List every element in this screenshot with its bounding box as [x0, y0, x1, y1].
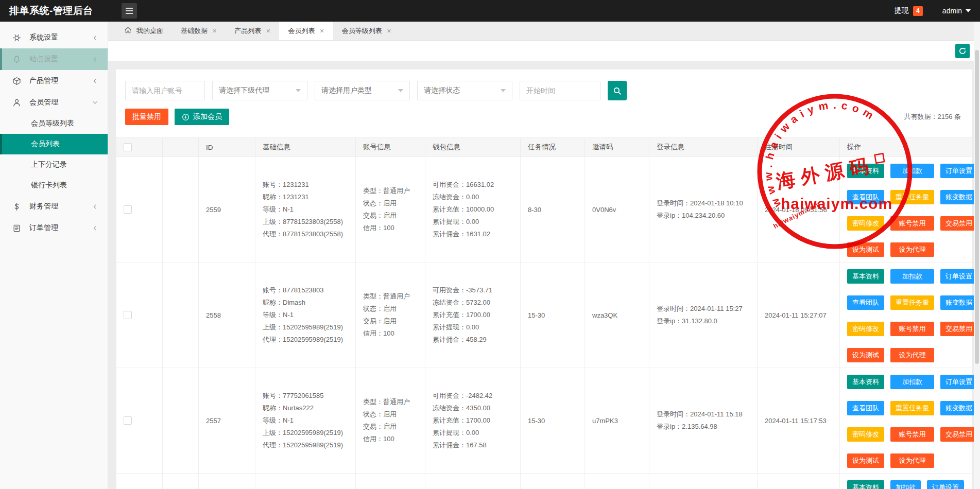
- sidebar-subitem-1[interactable]: 会员等级列表: [0, 113, 108, 134]
- user-type-select[interactable]: 请选择用户类型: [315, 81, 410, 100]
- row-action-button[interactable]: 账号禁用: [890, 427, 934, 442]
- row-action-button[interactable]: 加扣款: [890, 480, 921, 489]
- start-date-input[interactable]: [520, 81, 600, 100]
- row-action-button[interactable]: 基本资料: [847, 480, 884, 489]
- row-action-button[interactable]: 重置任务量: [890, 401, 934, 415]
- sidebar-subitem-4[interactable]: 银行卡列表: [0, 175, 108, 196]
- id-cell: [199, 474, 255, 489]
- table-actions-row: 批量禁用 添加会员 共有数据：2156 条: [125, 109, 963, 125]
- dollar-icon: [12, 202, 21, 211]
- row-checkbox[interactable]: [124, 205, 132, 214]
- row-action-button[interactable]: 设为测试: [847, 453, 884, 468]
- wallet-info-cell: 可用资金：-2482.42冻结资金：4350.00累计充值：1700.00累计提…: [425, 368, 521, 474]
- row-action-button[interactable]: 账变数据: [940, 295, 977, 310]
- column-header-label: 注册时间: [765, 143, 793, 151]
- row-action-button[interactable]: 订单设置: [940, 269, 977, 284]
- row-action-button[interactable]: 账变数据: [940, 190, 977, 204]
- row-action-button[interactable]: 密码修改: [847, 322, 884, 336]
- account-input[interactable]: [125, 81, 205, 100]
- withdraw-link[interactable]: 提现 4: [895, 6, 923, 16]
- total-count: 共有数据：2156 条: [904, 112, 963, 121]
- row-action-button[interactable]: 密码修改: [847, 216, 884, 231]
- action-buttons: 基本资料加扣款订单设置查看团队重置任务量账变数据密码修改账号禁用交易禁用设为测试…: [847, 269, 969, 362]
- tab-2[interactable]: 基础数据✕: [172, 22, 226, 40]
- row-action-button[interactable]: 基本资料: [847, 269, 884, 284]
- row-action-button[interactable]: 设为测试: [847, 242, 884, 257]
- checkbox-cell: [116, 157, 163, 263]
- row-checkbox[interactable]: [124, 311, 132, 319]
- batch-disable-button[interactable]: 批量禁用: [125, 109, 168, 125]
- sidebar-subitem-label: 会员等级列表: [31, 119, 74, 128]
- close-icon[interactable]: ✕: [266, 28, 270, 34]
- tab-4[interactable]: 会员列表✕: [279, 22, 333, 40]
- row-action-button[interactable]: 加扣款: [890, 164, 934, 178]
- sidebar-item-3[interactable]: 产品管理: [0, 70, 108, 92]
- info-line: 账号：87781523803: [263, 284, 355, 296]
- row-action-button[interactable]: 账号禁用: [890, 322, 934, 336]
- sidebar-item-4[interactable]: 会员管理: [0, 92, 108, 113]
- member-id: 2559: [206, 206, 255, 214]
- row-action-button[interactable]: 设为代理: [890, 453, 934, 468]
- column-header: 基础信息: [255, 138, 356, 157]
- row-action-button[interactable]: 订单设置: [940, 375, 977, 389]
- info-line: 登录时间：2024-01-11 15:18: [657, 408, 757, 421]
- task-value: 15-30: [528, 417, 584, 425]
- sidebar-item-2[interactable]: 站点设置: [0, 48, 108, 70]
- search-button[interactable]: [608, 81, 627, 100]
- agent-select[interactable]: 请选择下级代理: [212, 81, 307, 100]
- base-info-cell: 账号：1231231昵称：1231231等级：N-1上级：87781523803…: [255, 157, 356, 263]
- sidebar-subitem-3[interactable]: 上下分记录: [0, 154, 108, 175]
- filter-bar: 请选择下级代理 请选择用户类型 请选择状态: [125, 76, 963, 100]
- invite-code-cell: 0V0N6v: [585, 157, 649, 263]
- menu-toggle-icon[interactable]: [122, 3, 137, 19]
- chevron-down-icon: [398, 89, 403, 92]
- checkbox-cell: [116, 474, 163, 489]
- row-action-button[interactable]: 交易禁用: [940, 216, 977, 231]
- row-action-button[interactable]: 密码修改: [847, 427, 884, 442]
- close-icon[interactable]: ✕: [212, 28, 217, 34]
- sidebar-item-6[interactable]: 订单管理: [0, 217, 108, 239]
- row-action-button[interactable]: 基本资料: [847, 375, 884, 389]
- tab-1[interactable]: 我的桌面: [115, 22, 172, 40]
- column-header-label: 账号信息: [363, 143, 391, 151]
- row-action-button[interactable]: 设为测试: [847, 348, 884, 362]
- info-line: 信用：100: [363, 222, 425, 234]
- status-select-value: 请选择状态: [424, 86, 460, 95]
- row-action-button[interactable]: 查看团队: [847, 401, 884, 415]
- column-header: 账号信息: [356, 138, 425, 157]
- scrollbar-track[interactable]: [974, 22, 980, 489]
- row-action-button[interactable]: 查看团队: [847, 190, 884, 204]
- row-action-button[interactable]: 设为代理: [890, 348, 934, 362]
- row-action-button[interactable]: 设为代理: [890, 242, 934, 257]
- row-action-button[interactable]: 加扣款: [890, 269, 934, 284]
- refresh-button[interactable]: [955, 44, 970, 58]
- add-member-button[interactable]: 添加会员: [175, 109, 229, 125]
- row-action-button[interactable]: 加扣款: [890, 375, 934, 389]
- sidebar-item-1[interactable]: 系统设置: [0, 27, 108, 48]
- row-action-button[interactable]: 订单设置: [927, 480, 964, 489]
- info-line: 等级：N-1: [263, 414, 355, 427]
- scrollbar-thumb[interactable]: [975, 50, 979, 364]
- close-icon[interactable]: ✕: [387, 28, 391, 34]
- select-all-checkbox[interactable]: [124, 143, 132, 151]
- row-action-button[interactable]: 交易禁用: [940, 427, 977, 442]
- row-checkbox[interactable]: [124, 416, 132, 425]
- close-icon[interactable]: ✕: [319, 28, 324, 34]
- tab-5[interactable]: 会员等级列表✕: [333, 22, 400, 40]
- sidebar-item-5[interactable]: 财务管理: [0, 196, 108, 217]
- avatar-cell: [163, 474, 199, 489]
- add-member-label: 添加会员: [193, 112, 222, 121]
- row-action-button[interactable]: 重置任务量: [890, 295, 934, 310]
- row-action-button[interactable]: 重置任务量: [890, 190, 934, 204]
- row-action-button[interactable]: 订单设置: [940, 164, 977, 178]
- row-action-button[interactable]: 基本资料: [847, 164, 884, 178]
- row-action-button[interactable]: 交易禁用: [940, 322, 977, 336]
- status-select[interactable]: 请选择状态: [417, 81, 512, 100]
- row-action-button[interactable]: 账号禁用: [890, 216, 934, 231]
- sidebar-subitem-2[interactable]: 会员列表: [0, 134, 108, 154]
- row-action-button[interactable]: 查看团队: [847, 295, 884, 310]
- row-action-button[interactable]: 账变数据: [940, 401, 977, 415]
- tab-3[interactable]: 产品列表✕: [226, 22, 279, 40]
- login-info-cell: 登录时间：2024-01-11 15:27登录ip：31.132.80.0: [649, 263, 758, 368]
- user-menu[interactable]: admin: [942, 7, 971, 15]
